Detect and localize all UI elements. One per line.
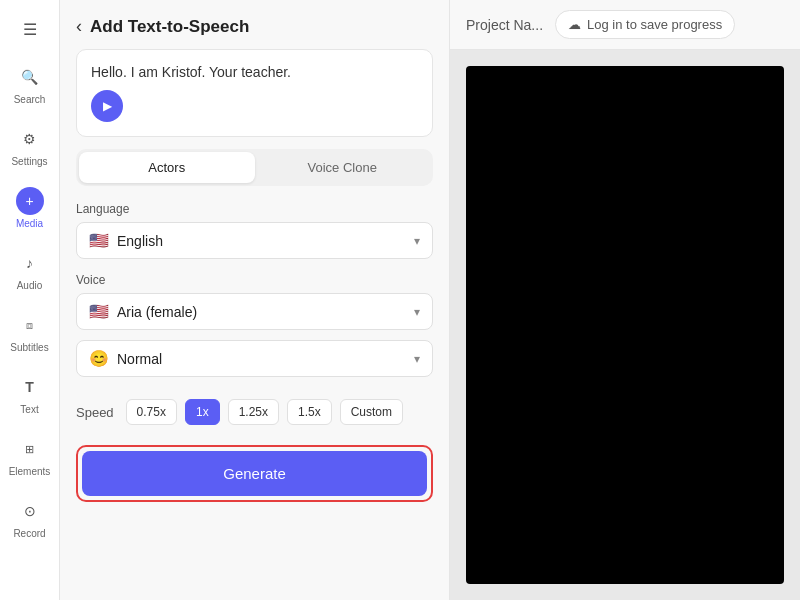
- sidebar-item-label: Media: [16, 218, 43, 229]
- voice-style-value: Normal: [117, 351, 414, 367]
- play-button[interactable]: ▶: [91, 90, 123, 122]
- sidebar-item-search[interactable]: 🔍 Search: [0, 55, 59, 113]
- speed-btn-075[interactable]: 0.75x: [126, 399, 177, 425]
- voice-style-select[interactable]: 😊 Normal ▾: [76, 340, 433, 377]
- search-icon: 🔍: [16, 63, 44, 91]
- generate-wrapper: Generate: [76, 445, 433, 502]
- tab-voice-clone[interactable]: Voice Clone: [255, 152, 431, 183]
- login-label: Log in to save progress: [587, 17, 722, 32]
- chevron-down-icon: ▾: [414, 352, 420, 366]
- speed-btn-125[interactable]: 1.25x: [228, 399, 279, 425]
- text-preview-box: Hello. I am Kristof. Your teacher. ▶: [76, 49, 433, 137]
- canvas-area: Project Na... ☁ Log in to save progress: [450, 0, 800, 600]
- language-select[interactable]: 🇺🇸 English ▾: [76, 222, 433, 259]
- panel-header: ‹ Add Text-to-Speech: [60, 0, 449, 49]
- generate-button[interactable]: Generate: [82, 451, 427, 496]
- panel-title: Add Text-to-Speech: [90, 17, 249, 37]
- cloud-icon: ☁: [568, 17, 581, 32]
- tab-actors[interactable]: Actors: [79, 152, 255, 183]
- chevron-down-icon: ▾: [414, 234, 420, 248]
- speed-label: Speed: [76, 405, 114, 420]
- voice-label: Voice: [76, 273, 433, 287]
- text-icon: T: [16, 373, 44, 401]
- hamburger-icon[interactable]: ☰: [23, 12, 37, 51]
- voice-select[interactable]: 🇺🇸 Aria (female) ▾: [76, 293, 433, 330]
- voice-section: Voice 🇺🇸 Aria (female) ▾ 😊 Normal ▾: [60, 273, 449, 387]
- sidebar-item-elements[interactable]: ⊞ Elements: [0, 427, 59, 485]
- language-section: Language 🇺🇸 English ▾: [60, 202, 449, 269]
- chevron-down-icon: ▾: [414, 305, 420, 319]
- voice-style-emoji: 😊: [89, 349, 109, 368]
- canvas-topbar: Project Na... ☁ Log in to save progress: [450, 0, 800, 50]
- sidebar-item-settings[interactable]: ⚙ Settings: [0, 117, 59, 175]
- speed-btn-1[interactable]: 1x: [185, 399, 220, 425]
- sidebar: ☰ 🔍 Search ⚙ Settings + Media ♪ Audio ⧈ …: [0, 0, 60, 600]
- sidebar-item-audio[interactable]: ♪ Audio: [0, 241, 59, 299]
- sidebar-item-label: Text: [20, 404, 38, 415]
- tts-panel: ‹ Add Text-to-Speech Hello. I am Kristof…: [60, 0, 450, 600]
- speed-btn-15[interactable]: 1.5x: [287, 399, 332, 425]
- record-icon: ⊙: [16, 497, 44, 525]
- subtitles-icon: ⧈: [16, 311, 44, 339]
- back-button[interactable]: ‹: [76, 16, 82, 37]
- speed-btn-custom[interactable]: Custom: [340, 399, 403, 425]
- sidebar-item-label: Record: [13, 528, 45, 539]
- sidebar-item-text[interactable]: T Text: [0, 365, 59, 423]
- language-flag: 🇺🇸: [89, 231, 109, 250]
- sidebar-item-label: Subtitles: [10, 342, 48, 353]
- language-label: Language: [76, 202, 433, 216]
- voice-value: Aria (female): [117, 304, 414, 320]
- sidebar-item-label: Settings: [11, 156, 47, 167]
- sidebar-item-subtitles[interactable]: ⧈ Subtitles: [0, 303, 59, 361]
- video-canvas: [466, 66, 784, 584]
- audio-icon: ♪: [16, 249, 44, 277]
- speed-row: Speed 0.75x 1x 1.25x 1.5x Custom: [76, 399, 433, 425]
- voice-tabs: Actors Voice Clone: [76, 149, 433, 186]
- sidebar-item-media[interactable]: + Media: [0, 179, 59, 237]
- project-name: Project Na...: [466, 17, 543, 33]
- voice-flag: 🇺🇸: [89, 302, 109, 321]
- settings-icon: ⚙: [16, 125, 44, 153]
- sidebar-item-label: Search: [14, 94, 46, 105]
- language-value: English: [117, 233, 414, 249]
- text-preview-content: Hello. I am Kristof. Your teacher.: [91, 64, 418, 80]
- sidebar-item-record[interactable]: ⊙ Record: [0, 489, 59, 547]
- sidebar-item-label: Elements: [9, 466, 51, 477]
- sidebar-item-label: Audio: [17, 280, 43, 291]
- login-button[interactable]: ☁ Log in to save progress: [555, 10, 735, 39]
- elements-icon: ⊞: [16, 435, 44, 463]
- media-icon: +: [16, 187, 44, 215]
